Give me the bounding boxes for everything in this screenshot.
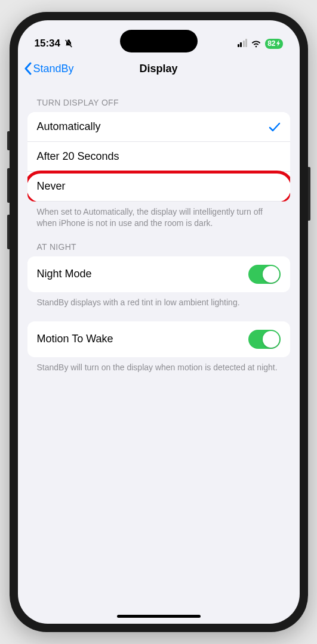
nav-bar: StandBy Display bbox=[18, 55, 300, 85]
home-indicator[interactable] bbox=[117, 615, 201, 618]
chevron-left-icon bbox=[24, 62, 32, 75]
motion-to-wake-row: Motion To Wake bbox=[27, 321, 290, 357]
volume-up-button[interactable] bbox=[7, 168, 10, 203]
power-button[interactable] bbox=[308, 167, 310, 221]
content: TURN DISPLAY OFF Automatically After 20 … bbox=[18, 85, 300, 373]
option-after-20-seconds[interactable]: After 20 Seconds bbox=[27, 142, 290, 172]
option-label: Automatically bbox=[37, 120, 101, 133]
night-mode-row: Night Mode bbox=[27, 256, 290, 292]
back-button[interactable]: StandBy bbox=[24, 62, 74, 75]
page-title: Display bbox=[139, 63, 177, 75]
turn-display-off-group: Automatically After 20 Seconds Never bbox=[27, 112, 290, 202]
night-mode-toggle[interactable] bbox=[248, 265, 281, 284]
charging-icon bbox=[276, 40, 281, 48]
night-mode-footer: StandBy displays with a red tint in low … bbox=[27, 292, 290, 308]
turn-off-footer: When set to Automatically, the display w… bbox=[27, 202, 290, 229]
side-buttons-right bbox=[308, 167, 310, 221]
night-mode-label: Night Mode bbox=[37, 268, 92, 280]
cellular-icon bbox=[238, 40, 248, 47]
motion-group: Motion To Wake bbox=[27, 321, 290, 357]
phone-frame: 15:34 82 bbox=[10, 12, 308, 632]
option-automatically[interactable]: Automatically bbox=[27, 112, 290, 142]
back-label: StandBy bbox=[33, 63, 74, 75]
silent-switch[interactable] bbox=[7, 131, 10, 150]
option-label: After 20 Seconds bbox=[37, 150, 119, 163]
option-never[interactable]: Never bbox=[27, 172, 290, 202]
motion-to-wake-toggle[interactable] bbox=[248, 330, 281, 349]
status-time: 15:34 bbox=[35, 38, 60, 49]
section-header-at-night: AT NIGHT bbox=[27, 229, 290, 256]
side-buttons-left bbox=[7, 131, 10, 261]
screen: 15:34 82 bbox=[18, 20, 300, 624]
option-label: Never bbox=[37, 180, 66, 193]
motion-label: Motion To Wake bbox=[37, 333, 113, 345]
battery-indicator: 82 bbox=[265, 39, 282, 49]
status-left: 15:34 bbox=[35, 38, 73, 49]
status-right: 82 bbox=[238, 39, 283, 49]
checkmark-icon bbox=[269, 122, 281, 132]
dynamic-island bbox=[120, 30, 198, 52]
section-header-turn-off: TURN DISPLAY OFF bbox=[27, 85, 290, 112]
battery-percent: 82 bbox=[267, 39, 275, 48]
at-night-group: Night Mode bbox=[27, 256, 290, 292]
volume-down-button[interactable] bbox=[7, 215, 10, 249]
wifi-icon bbox=[251, 40, 261, 48]
motion-footer: StandBy will turn on the display when mo… bbox=[27, 357, 290, 373]
silent-icon bbox=[64, 39, 73, 48]
